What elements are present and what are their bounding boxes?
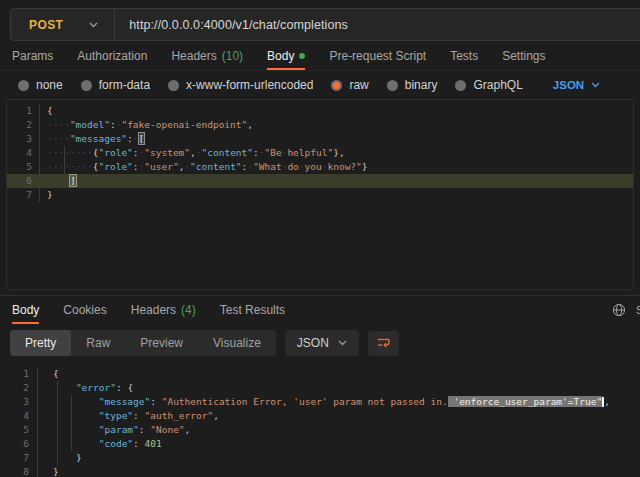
code-line[interactable]: 6····] <box>7 174 633 188</box>
code-content: ····"messages":·[ <box>40 132 633 146</box>
code-token: ········ <box>47 147 93 158</box>
view-mode-preview[interactable]: Preview <box>125 330 198 356</box>
request-tab-body[interactable]: Body <box>267 41 305 70</box>
chevron-down-icon <box>338 340 347 346</box>
code-token: : <box>139 424 150 435</box>
code-line[interactable]: 5········{"role":·"user",·"content":·"Wh… <box>7 160 633 174</box>
code-line[interactable]: 1{ <box>0 367 640 381</box>
body-type-form-data[interactable]: form-data <box>81 78 150 92</box>
code-token: · <box>133 133 139 144</box>
body-type-label: none <box>36 78 63 92</box>
view-mode-pretty[interactable]: Pretty <box>10 330 71 356</box>
request-tab-tests[interactable]: Tests <box>450 41 478 70</box>
tab-label: Pre-request Script <box>329 49 426 63</box>
code-token: : { <box>116 382 133 393</box>
line-number: 7 <box>7 188 40 202</box>
response-tab-body[interactable]: Body <box>12 296 39 324</box>
tab-label: Cookies <box>63 303 106 317</box>
code-line[interactable]: 7} <box>7 188 633 202</box>
url-input[interactable]: http://0.0.0.0:4000/v1/chat/completions <box>115 18 640 32</box>
code-token: "Authentication Error, 'user' param not … <box>162 396 448 407</box>
request-tab-settings[interactable]: Settings <box>502 41 545 70</box>
body-type-raw[interactable]: raw <box>331 78 368 92</box>
tab-label: Params <box>12 49 53 63</box>
code-line[interactable]: 8} <box>0 465 640 477</box>
code-token: } <box>53 466 59 477</box>
code-token: { <box>47 105 53 116</box>
code-token: "param" <box>99 424 139 435</box>
body-type-x-www-form-urlencoded[interactable]: x-www-form-urlencoded <box>168 78 313 92</box>
code-line[interactable]: 4········{"role":·"system",·"content":·"… <box>7 146 633 160</box>
code-line[interactable]: 3 "message": "Authentication Error, 'use… <box>0 395 640 409</box>
tab-label: Tests <box>450 49 478 63</box>
code-token: "model" <box>70 119 110 130</box>
response-tab-cookies[interactable]: Cookies <box>63 296 106 324</box>
tab-label: Headers <box>131 303 176 317</box>
code-line[interactable]: 2 "error": { <box>0 381 640 395</box>
code-line[interactable]: 1{ <box>7 104 633 118</box>
request-tab-headers[interactable]: Headers(10) <box>171 41 243 70</box>
body-type-none[interactable]: none <box>18 78 63 92</box>
line-number: 8 <box>0 465 38 477</box>
view-mode-visualize[interactable]: Visualize <box>198 330 276 356</box>
globe-icon[interactable] <box>612 303 626 317</box>
body-type-binary[interactable]: binary <box>387 78 438 92</box>
line-number: 6 <box>7 174 40 188</box>
code-token: helpful" <box>287 147 333 158</box>
response-tab-headers[interactable]: Headers(4) <box>131 296 196 324</box>
request-tab-authorization[interactable]: Authorization <box>77 41 147 70</box>
code-token: "role" <box>99 161 133 172</box>
request-tab-params[interactable]: Params <box>12 41 53 70</box>
truncated-status-text: S <box>636 304 640 316</box>
line-number: 7 <box>0 451 38 465</box>
tab-count-badge: (4) <box>181 303 196 317</box>
code-line[interactable]: 2····"model":·"fake-openai-endpoint",· <box>7 118 633 132</box>
chevron-down-icon <box>591 82 600 88</box>
code-content: } <box>40 188 633 202</box>
radio-icon <box>387 80 398 91</box>
code-line[interactable]: 3····"messages":·[ <box>7 132 633 146</box>
response-toolbar: PrettyRawPreviewVisualize JSON <box>0 324 640 365</box>
request-tab-pre-request-script[interactable]: Pre-request Script <box>329 41 426 70</box>
code-content: { <box>38 367 640 381</box>
request-language-select[interactable]: JSON <box>553 79 600 91</box>
code-token: "content" <box>190 161 241 172</box>
code-token: "code" <box>99 438 133 449</box>
modified-dot-icon <box>299 53 305 59</box>
response-code-lines: 1{2 "error": {3 "message": "Authenticati… <box>0 367 640 477</box>
tab-label: Authorization <box>77 49 147 63</box>
wrap-text-button[interactable] <box>368 331 399 356</box>
code-token: do <box>287 161 298 172</box>
response-tab-test-results[interactable]: Test Results <box>220 296 285 324</box>
code-token: "type" <box>99 410 133 421</box>
code-token: { <box>53 368 59 379</box>
code-line[interactable]: 7 } <box>0 451 640 465</box>
code-token: "error" <box>76 382 116 393</box>
body-type-row: noneform-datax-www-form-urlencodedrawbin… <box>0 71 640 99</box>
response-body-editor[interactable]: 1{2 "error": {3 "message": "Authenticati… <box>0 365 640 477</box>
code-content: "code": 401 <box>38 437 640 451</box>
body-type-graphql[interactable]: GraphQL <box>455 78 522 92</box>
code-token: you <box>305 161 322 172</box>
code-token: , <box>213 410 219 421</box>
radio-icon <box>81 80 92 91</box>
method-select[interactable]: POST <box>11 18 114 32</box>
body-type-label: form-data <box>99 78 150 92</box>
code-token: know?" <box>327 161 361 172</box>
code-token <box>53 396 99 407</box>
matched-bracket: [ <box>139 133 145 144</box>
request-body-editor[interactable]: 1{2····"model":·"fake-openai-endpoint",·… <box>6 99 634 290</box>
tab-label: Body <box>12 303 39 317</box>
tab-label: Body <box>267 49 294 63</box>
selected-text: 'enforce_user_param'=True" <box>448 396 602 407</box>
view-mode-switch: PrettyRawPreviewVisualize <box>10 330 276 356</box>
line-number: 4 <box>0 409 38 423</box>
response-language-select[interactable]: JSON <box>285 330 359 356</box>
view-mode-raw[interactable]: Raw <box>71 330 125 356</box>
line-number: 5 <box>0 423 38 437</box>
code-line[interactable]: 6 "code": 401 <box>0 437 640 451</box>
code-line[interactable]: 5 "param": "None", <box>0 423 640 437</box>
code-line[interactable]: 4 "type": "auth_error", <box>0 409 640 423</box>
line-number: 2 <box>0 381 38 395</box>
line-number: 1 <box>0 367 38 381</box>
